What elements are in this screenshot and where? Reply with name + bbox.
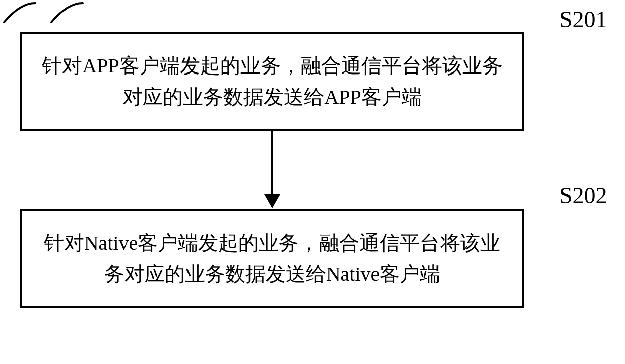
step-text-s202: 针对Native客户端发起的业务，融合通信平台将该业务对应的业务数据发送给Nat… [37, 228, 507, 290]
step-label-s202: S202 [559, 182, 607, 209]
step-label-s201: S201 [559, 6, 607, 33]
arrow-head-s201-to-s202 [264, 194, 280, 208]
flowchart-canvas: 针对APP客户端发起的业务，融合通信平台将该业务对应的业务数据发送给APP客户端… [0, 0, 625, 364]
step-box-s201: 针对APP客户端发起的业务，融合通信平台将该业务对应的业务数据发送给APP客户端 [20, 32, 524, 131]
leader-s202 [47, 0, 93, 25]
step-text-s201: 针对APP客户端发起的业务，融合通信平台将该业务对应的业务数据发送给APP客户端 [37, 50, 507, 113]
arrow-s201-to-s202 [271, 131, 273, 196]
step-box-s202: 针对Native客户端发起的业务，融合通信平台将该业务对应的业务数据发送给Nat… [20, 209, 524, 308]
leader-s201 [0, 0, 45, 25]
